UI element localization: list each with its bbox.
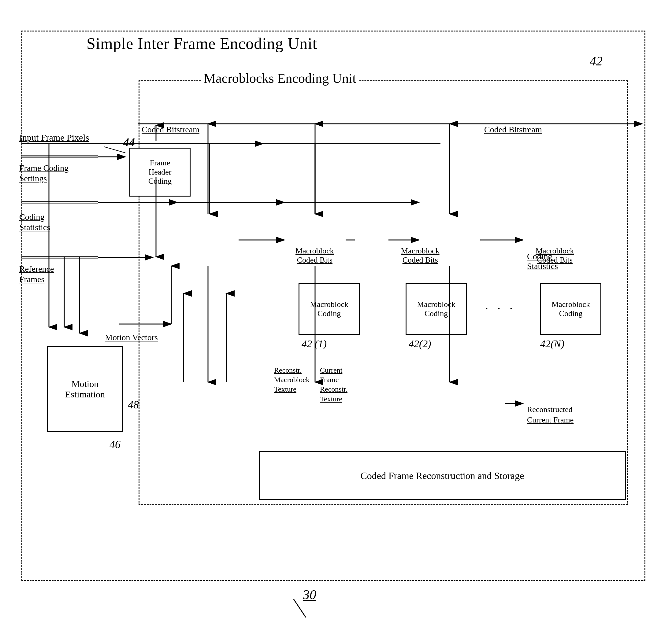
ref-30: 30 [303,587,316,603]
mb-coded-bits-2: Macroblock Coded Bits [401,246,440,265]
mb-coding-box-2: Macroblock Coding [405,283,467,335]
mb-coding-box-n: Macroblock Coding [540,283,601,335]
mb-coded-bits-1: Macroblock Coded Bits [296,246,334,265]
input-frame-pixels-label: Input Frame Pixels [19,132,89,143]
motion-vectors-label: Motion Vectors [105,333,158,342]
coding-statistics-label: Coding Statistics [19,212,50,232]
ref-42: 42 [590,54,603,69]
ref-42ii: 42(2) [409,338,431,350]
inner-title: Macroblocks Encoding Unit [201,71,360,86]
inner-box: Macroblocks Encoding Unit 42 Macroblock … [139,80,628,505]
dots-separator: · · · [485,301,516,316]
current-frame-reconstr: Current Frame Reconstr. Texture [320,366,347,404]
ref-44: 44 [123,136,135,149]
coded-bitstream-left: Coded Bitstream [142,125,200,135]
outer-title: Simple Inter Frame Encoding Unit [84,34,320,53]
outer-box: Simple Inter Frame Encoding Unit Macrobl… [21,30,645,581]
coded-bitstream-right: Coded Bitstream [484,125,542,135]
frame-coding-settings-label: Frame Coding Settings [19,163,69,184]
coding-stats-out: Coding Statistics [527,251,558,271]
mb-coding-box-1: Macroblock Coding [299,283,360,335]
motion-estimation-box: Motion Estimation [47,346,123,432]
ref-46: 46 [110,438,120,451]
reconstr-mb-texture: Reconstr. Macroblock Texture [274,366,309,394]
reconstr-current-frame: Reconstructed Current Frame [527,405,574,425]
diagram-container: Simple Inter Frame Encoding Unit Macrobl… [18,12,654,617]
ref-48: 48 [128,398,139,411]
ref-42n: 42(N) [540,338,564,350]
frame-header-coding-box: Frame Header Coding [130,148,190,197]
cfr-box: Coded Frame Reconstruction and Storage [259,451,626,500]
ref-42i: 42 (1) [302,338,327,350]
reference-frames-label: Reference Frames [19,264,54,284]
